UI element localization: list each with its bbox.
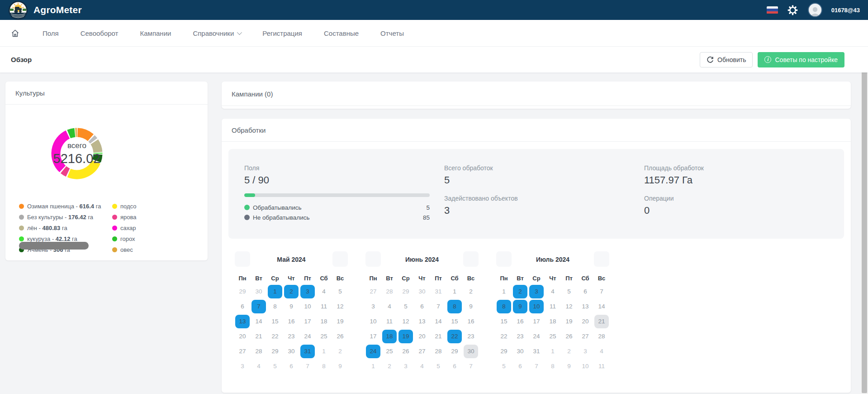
calendar-day[interactable]: 8 — [268, 300, 282, 313]
calendar-day[interactable]: 6 — [284, 360, 299, 373]
nav-item-2[interactable]: Кампании — [129, 29, 182, 37]
calendar-day[interactable]: 28 — [251, 345, 266, 358]
calendar-day[interactable]: 6 — [235, 300, 250, 313]
calendar-day[interactable]: 24 — [300, 330, 315, 343]
calendar-day[interactable]: 4 — [317, 285, 331, 298]
calendar-day[interactable]: 4 — [415, 360, 429, 373]
calendar-day-highlighted[interactable]: 1 — [268, 285, 282, 298]
user-avatar[interactable] — [808, 3, 822, 17]
calendar-day[interactable]: 29 — [447, 345, 462, 358]
crop-legend-item[interactable]: лён - 480.83 га — [19, 222, 112, 233]
calendar-day-highlighted[interactable]: 22 — [447, 330, 462, 343]
donut-segment-Озимая пшеница[interactable] — [77, 133, 90, 138]
calendar-day[interactable]: 30 — [251, 285, 266, 298]
calendar-day[interactable]: 20 — [235, 330, 250, 343]
page-scrollbar-thumb[interactable] — [862, 47, 867, 393]
calendar-day[interactable]: 2 — [562, 345, 576, 358]
calendar-next-button[interactable] — [463, 251, 479, 267]
calendar-day[interactable]: 20 — [415, 330, 429, 343]
calendar-day[interactable]: 12 — [398, 315, 413, 328]
page-scrollbar[interactable] — [861, 46, 868, 394]
calendar-day[interactable]: 7 — [594, 285, 609, 298]
calendar-day[interactable]: 31 — [529, 345, 544, 358]
calendar-day[interactable]: 28 — [594, 330, 609, 343]
donut-segment-подсо[interactable] — [69, 162, 96, 175]
nav-item-3[interactable]: Справочники — [182, 29, 251, 37]
calendar-day[interactable]: 26 — [562, 330, 576, 343]
calendar-next-button[interactable] — [594, 251, 609, 267]
calendar-day[interactable]: 13 — [415, 315, 429, 328]
calendar-day[interactable]: 25 — [382, 345, 397, 358]
refresh-button[interactable]: Обновить — [700, 52, 753, 67]
language-flag-ru[interactable] — [767, 6, 778, 14]
calendar-day[interactable]: 11 — [594, 360, 609, 373]
calendar-day-highlighted[interactable]: 8 — [447, 300, 462, 313]
legend-scrollbar-thumb[interactable] — [19, 242, 89, 250]
calendar-day[interactable]: 19 — [562, 315, 576, 328]
calendar-day[interactable]: 6 — [513, 360, 527, 373]
calendar-day[interactable]: 26 — [333, 330, 347, 343]
calendar-day[interactable]: 17 — [366, 330, 380, 343]
calendar-day[interactable]: 9 — [464, 300, 478, 313]
calendar-day[interactable]: 19 — [333, 315, 347, 328]
calendar-day[interactable]: 16 — [513, 315, 527, 328]
calendar-day[interactable]: 11 — [382, 315, 397, 328]
calendar-day[interactable]: 21 — [251, 330, 266, 343]
calendar-day[interactable]: 31 — [431, 285, 446, 298]
calendar-day[interactable]: 2 — [333, 345, 347, 358]
calendar-day[interactable]: 4 — [251, 360, 266, 373]
settings-gear-icon[interactable] — [787, 4, 799, 16]
calendar-day-highlighted[interactable]: 31 — [300, 345, 315, 358]
calendar-day[interactable]: 4 — [382, 300, 397, 313]
calendar-day[interactable]: 30 — [513, 345, 527, 358]
crop-legend-item[interactable]: Без культуры - 176.42 га — [19, 211, 112, 222]
calendar-day[interactable]: 5 — [333, 285, 347, 298]
crop-legend-item[interactable]: сахар — [112, 222, 148, 233]
calendar-day[interactable]: 14 — [594, 300, 609, 313]
calendar-day[interactable]: 11 — [317, 300, 331, 313]
calendar-day[interactable]: 29 — [497, 345, 511, 358]
calendar-day[interactable]: 8 — [317, 360, 331, 373]
calendar-day[interactable]: 5 — [562, 285, 576, 298]
calendar-day-highlighted[interactable]: 3 — [529, 285, 544, 298]
calendar-day[interactable]: 29 — [398, 285, 413, 298]
calendar-day[interactable]: 13 — [578, 300, 593, 313]
calendar-day[interactable]: 4 — [594, 345, 609, 358]
calendar-day[interactable]: 1 — [366, 360, 380, 373]
nav-item-6[interactable]: Отчеты — [370, 29, 415, 37]
calendar-day[interactable]: 7 — [431, 300, 446, 313]
calendar-day[interactable]: 23 — [513, 330, 527, 343]
calendar-day[interactable]: 18 — [317, 315, 331, 328]
calendar-day[interactable]: 10 — [578, 360, 593, 373]
calendar-day[interactable]: 11 — [545, 300, 560, 313]
calendar-day[interactable]: 15 — [268, 315, 282, 328]
calendar-day-highlighted[interactable]: 18 — [382, 330, 397, 343]
calendar-day[interactable]: 27 — [578, 330, 593, 343]
calendar-day[interactable]: 21 — [431, 330, 446, 343]
calendar-day[interactable]: 16 — [284, 315, 299, 328]
calendar-prev-button[interactable] — [496, 251, 512, 267]
calendar-day[interactable]: 18 — [545, 315, 560, 328]
donut-segment-лён[interactable] — [95, 142, 98, 152]
calendar-day[interactable]: 24 — [529, 330, 544, 343]
calendar-day[interactable]: 5 — [268, 360, 282, 373]
calendar-day[interactable]: 22 — [497, 330, 511, 343]
calendar-day[interactable]: 29 — [235, 285, 250, 298]
setup-tips-button[interactable]: i Советы по настройке — [758, 52, 844, 67]
crop-legend-item[interactable]: горох — [112, 233, 148, 244]
calendar-day[interactable]: 12 — [333, 300, 347, 313]
calendar-day-highlighted[interactable]: 8 — [497, 300, 511, 313]
calendar-day-highlighted[interactable]: 24 — [366, 345, 380, 358]
calendar-day[interactable]: 27 — [366, 285, 380, 298]
calendar-day[interactable]: 7 — [529, 360, 544, 373]
donut-segment-Ячмень[interactable] — [97, 154, 98, 161]
calendar-day[interactable]: 7 — [464, 360, 478, 373]
calendar-day[interactable]: 25 — [545, 330, 560, 343]
calendar-day-highlighted[interactable]: 9 — [513, 300, 527, 313]
calendar-day[interactable]: 30 — [415, 285, 429, 298]
calendar-day[interactable]: 21 — [594, 315, 609, 328]
calendar-day[interactable]: 25 — [317, 330, 331, 343]
calendar-next-button[interactable] — [332, 251, 348, 267]
calendar-day[interactable]: 6 — [578, 285, 593, 298]
nav-item-1[interactable]: Севооборот — [70, 29, 129, 37]
